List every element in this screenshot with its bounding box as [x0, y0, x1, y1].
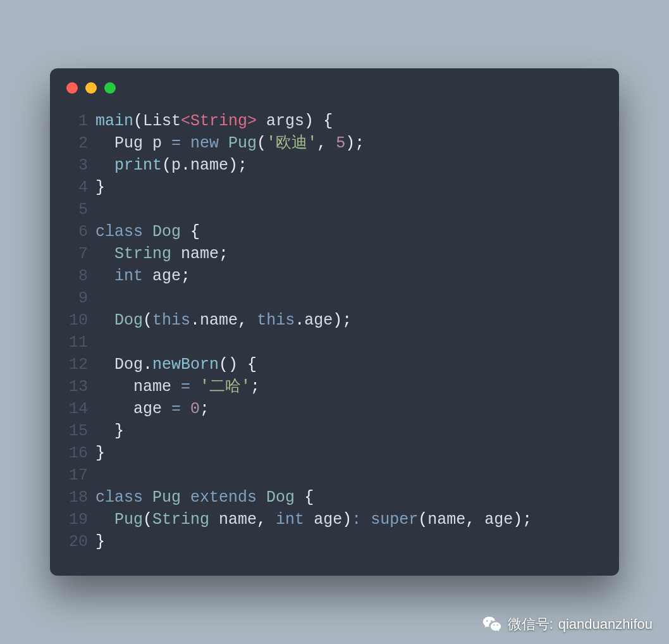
- code-area: 1main(List<String> args) {2 Pug p = new …: [50, 99, 619, 553]
- line-number: 1: [66, 110, 95, 132]
- window-zoom-dot[interactable]: [104, 82, 116, 94]
- code-line: 20}: [66, 531, 603, 553]
- code-line: 6class Dog {: [66, 221, 603, 243]
- code-line: 16}: [66, 442, 603, 464]
- code-line: 14 age = 0;: [66, 398, 603, 420]
- line-number: 8: [66, 265, 95, 287]
- code-content: }: [95, 420, 124, 442]
- line-number: 14: [66, 398, 95, 420]
- line-number: 6: [66, 221, 95, 243]
- code-line: 19 Pug(String name, int age): super(name…: [66, 509, 603, 531]
- code-content: [95, 331, 105, 354]
- code-content: print(p.name);: [95, 154, 247, 176]
- code-line: 5: [66, 199, 603, 221]
- code-content: Pug(String name, int age): super(name, a…: [95, 509, 532, 531]
- code-content: class Pug extends Dog {: [95, 486, 314, 509]
- line-number: 9: [66, 287, 95, 309]
- watermark: 微信号: qianduanzhifou: [481, 614, 653, 635]
- code-content: [95, 287, 105, 309]
- line-number: 15: [66, 420, 95, 442]
- code-line: 15 }: [66, 420, 603, 442]
- watermark-account: qianduanzhifou: [558, 616, 653, 633]
- code-content: Pug p = new Pug('欧迪', 5);: [95, 132, 364, 154]
- code-content: int age;: [95, 265, 190, 287]
- code-line: 7 String name;: [66, 243, 603, 265]
- code-content: String name;: [95, 243, 228, 265]
- line-number: 13: [66, 376, 95, 398]
- watermark-label: 微信号:: [508, 615, 553, 634]
- code-content: class Dog {: [95, 221, 200, 243]
- code-line: 17: [66, 464, 603, 486]
- code-content: [95, 464, 105, 486]
- code-line: 12 Dog.newBorn() {: [66, 354, 603, 376]
- code-window: 1main(List<String> args) {2 Pug p = new …: [50, 68, 619, 576]
- line-number: 12: [66, 354, 95, 376]
- code-line: 2 Pug p = new Pug('欧迪', 5);: [66, 132, 603, 154]
- line-number: 3: [66, 154, 95, 176]
- window-traffic-lights: [50, 68, 619, 99]
- line-number: 7: [66, 243, 95, 265]
- line-number: 18: [66, 486, 95, 509]
- code-content: age = 0;: [95, 398, 209, 420]
- code-line: 8 int age;: [66, 265, 603, 287]
- window-minimize-dot[interactable]: [85, 82, 97, 94]
- line-number: 19: [66, 509, 95, 531]
- code-line: 4}: [66, 176, 603, 199]
- code-line: 13 name = '二哈';: [66, 376, 603, 398]
- code-content: Dog(this.name, this.age);: [95, 309, 352, 331]
- code-line: 18class Pug extends Dog {: [66, 486, 603, 509]
- line-number: 5: [66, 199, 95, 221]
- code-content: [95, 199, 105, 221]
- line-number: 11: [66, 331, 95, 354]
- line-number: 4: [66, 176, 95, 199]
- line-number: 17: [66, 464, 95, 486]
- code-line: 9: [66, 287, 603, 309]
- code-content: }: [95, 531, 105, 553]
- code-content: Dog.newBorn() {: [95, 354, 257, 376]
- code-content: }: [95, 442, 105, 464]
- line-number: 20: [66, 531, 95, 553]
- line-number: 2: [66, 132, 95, 154]
- code-line: 10 Dog(this.name, this.age);: [66, 309, 603, 331]
- code-content: }: [95, 176, 105, 199]
- wechat-icon: [481, 614, 503, 635]
- window-close-dot[interactable]: [66, 82, 78, 94]
- code-line: 1main(List<String> args) {: [66, 110, 603, 132]
- code-line: 3 print(p.name);: [66, 154, 603, 176]
- code-line: 11: [66, 331, 603, 354]
- line-number: 16: [66, 442, 95, 464]
- code-content: name = '二哈';: [95, 376, 260, 398]
- line-number: 10: [66, 309, 95, 331]
- code-content: main(List<String> args) {: [95, 110, 333, 132]
